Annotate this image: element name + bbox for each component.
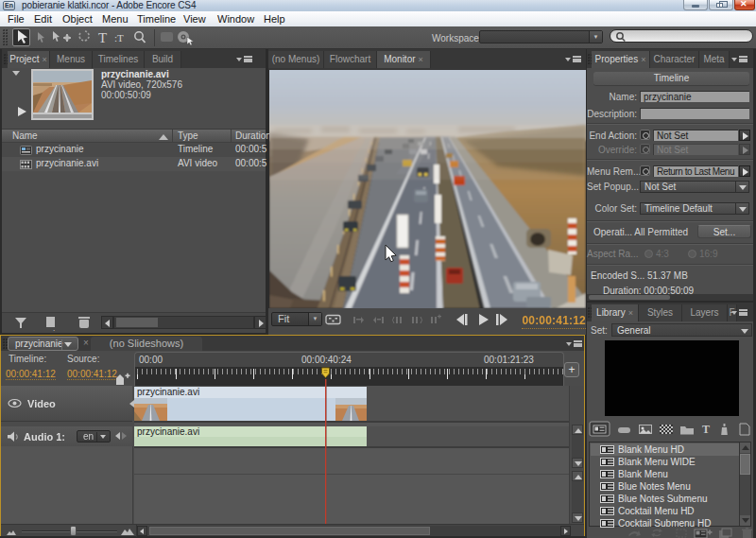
svg-text:T: T — [702, 423, 710, 436]
svg-text:T: T — [98, 30, 107, 45]
svg-text::T: :T — [114, 32, 124, 43]
